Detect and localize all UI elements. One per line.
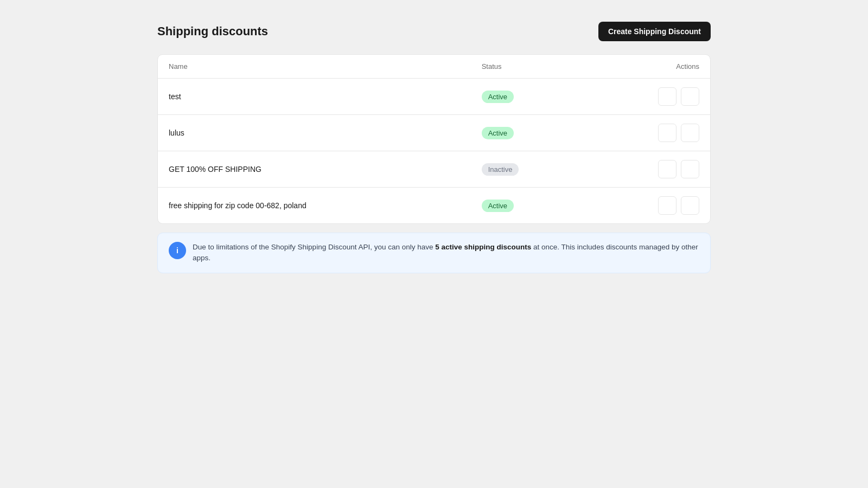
- status-badge: Active: [482, 91, 514, 103]
- discount-status-cell: Active: [471, 115, 587, 151]
- status-badge: Active: [482, 127, 514, 139]
- table-row: testActive: [158, 79, 710, 115]
- table-row: GET 100% OFF SHIPPINGInactive: [158, 151, 710, 188]
- status-badge: Inactive: [482, 163, 519, 176]
- discount-name: lulus: [158, 115, 471, 151]
- discount-status-cell: Active: [471, 79, 587, 115]
- discount-name: test: [158, 79, 471, 115]
- table-row: lulusActive: [158, 115, 710, 151]
- column-header-actions: Actions: [586, 55, 710, 79]
- edit-button[interactable]: [658, 87, 676, 106]
- column-header-status: Status: [471, 55, 587, 79]
- discount-status-cell: Inactive: [471, 151, 587, 188]
- info-box: i Due to limitations of the Shopify Ship…: [157, 233, 711, 273]
- discount-name: GET 100% OFF SHIPPING: [158, 151, 471, 188]
- edit-button[interactable]: [658, 124, 676, 142]
- edit-button[interactable]: [658, 160, 676, 178]
- info-text: Due to limitations of the Shopify Shippi…: [193, 242, 699, 264]
- delete-button[interactable]: [681, 196, 699, 215]
- info-text-bold: 5 active shipping discounts: [435, 243, 531, 251]
- discount-actions-cell: [586, 151, 710, 188]
- delete-button[interactable]: [681, 124, 699, 142]
- status-badge: Active: [482, 200, 514, 212]
- action-buttons: [597, 196, 699, 215]
- discount-name: free shipping for zip code 00-682, polan…: [158, 188, 471, 224]
- table-header-row: Name Status Actions: [158, 55, 710, 79]
- table-row: free shipping for zip code 00-682, polan…: [158, 188, 710, 224]
- info-text-before: Due to limitations of the Shopify Shippi…: [193, 243, 435, 251]
- create-shipping-discount-button[interactable]: Create Shipping Discount: [598, 22, 711, 41]
- shipping-discounts-table-container: Name Status Actions testActivelulusActiv…: [157, 54, 711, 224]
- delete-button[interactable]: [681, 160, 699, 178]
- page-header: Shipping discounts Create Shipping Disco…: [157, 22, 711, 41]
- info-icon: i: [169, 242, 186, 259]
- page-title: Shipping discounts: [157, 24, 268, 38]
- delete-button[interactable]: [681, 87, 699, 106]
- discount-actions-cell: [586, 188, 710, 224]
- discount-status-cell: Active: [471, 188, 587, 224]
- discount-actions-cell: [586, 115, 710, 151]
- discount-actions-cell: [586, 79, 710, 115]
- edit-button[interactable]: [658, 196, 676, 215]
- action-buttons: [597, 124, 699, 142]
- action-buttons: [597, 87, 699, 106]
- action-buttons: [597, 160, 699, 178]
- shipping-discounts-table: Name Status Actions testActivelulusActiv…: [158, 55, 710, 223]
- column-header-name: Name: [158, 55, 471, 79]
